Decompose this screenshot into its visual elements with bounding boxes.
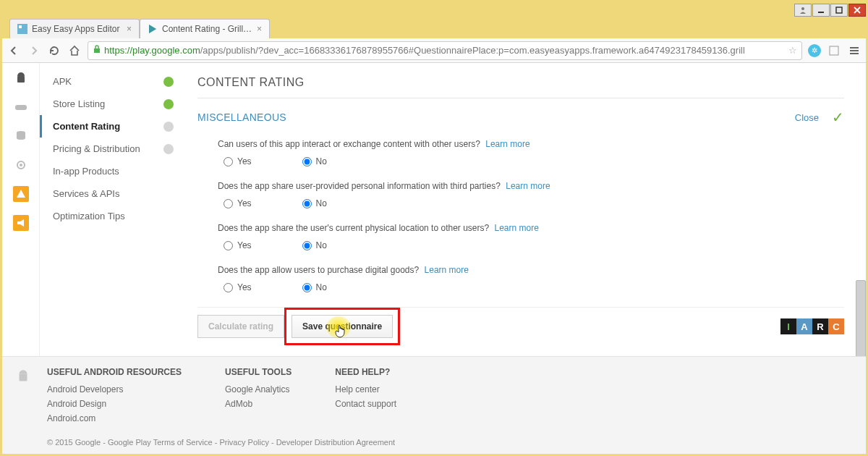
nav-reload-icon[interactable] bbox=[47, 43, 61, 58]
sidebar-item-pricing[interactable]: Pricing & Distribution bbox=[40, 138, 184, 160]
sidebar-item-inapp[interactable]: In-app Products bbox=[40, 160, 184, 182]
radio-yes[interactable]: Yes bbox=[224, 156, 252, 166]
learn-more-link[interactable]: Learn more bbox=[506, 181, 550, 191]
radio-no[interactable]: No bbox=[302, 240, 327, 250]
learn-more-link[interactable]: Learn more bbox=[425, 265, 469, 275]
extension-box-icon[interactable] bbox=[827, 43, 841, 58]
window-minimize[interactable] bbox=[812, 4, 830, 17]
svg-rect-2 bbox=[836, 7, 842, 13]
footer-link[interactable]: Android Design bbox=[47, 399, 182, 409]
sidebar-item-apk[interactable]: APK bbox=[40, 70, 184, 93]
question-text: Does the app share the user's current ph… bbox=[218, 223, 489, 233]
footer-link[interactable]: Help center bbox=[335, 384, 396, 394]
window-maximize[interactable] bbox=[830, 4, 848, 17]
footer-legal: © 2015 Google - Google Play Terms of Ser… bbox=[11, 438, 857, 447]
question-text: Can users of this app interact or exchan… bbox=[218, 139, 480, 149]
svg-rect-4 bbox=[19, 25, 22, 28]
sidebar-item-optimization[interactable]: Optimization Tips bbox=[40, 205, 184, 227]
window-close[interactable] bbox=[848, 4, 866, 17]
play-console-app: APK Store Listing Content Rating Pricing… bbox=[2, 63, 866, 356]
android-icon[interactable] bbox=[13, 70, 29, 86]
check-icon: ✓ bbox=[832, 109, 844, 126]
svg-rect-7 bbox=[94, 48, 100, 53]
radio-yes[interactable]: Yes bbox=[224, 282, 252, 292]
sidebar-item-content-rating[interactable]: Content Rating bbox=[40, 115, 184, 138]
window-user-icon[interactable] bbox=[794, 4, 812, 17]
page-title: CONTENT RATING bbox=[197, 76, 844, 89]
favicon-icon bbox=[148, 24, 158, 34]
browser-tab[interactable]: Content Rating - Grillz Res × bbox=[140, 19, 270, 38]
announce-icon[interactable] bbox=[13, 215, 29, 231]
footer-col-help: NEED HELP? Help center Contact support bbox=[335, 367, 396, 428]
url-scheme: https bbox=[104, 45, 124, 56]
sidebar-item-label: Optimization Tips bbox=[53, 211, 125, 221]
learn-more-link[interactable]: Learn more bbox=[495, 223, 539, 233]
question-block: Can users of this app interact or exchan… bbox=[218, 139, 844, 166]
app-sidebar: APK Store Listing Content Rating Pricing… bbox=[40, 63, 184, 356]
footer-link[interactable]: AdMob bbox=[225, 399, 292, 409]
button-row: Calculate rating Save questionnaire IARC bbox=[197, 307, 844, 350]
svg-marker-6 bbox=[149, 25, 156, 33]
svg-rect-8 bbox=[830, 46, 838, 55]
android-footer-icon bbox=[15, 368, 31, 387]
nav-home-icon[interactable] bbox=[67, 43, 82, 58]
gear-icon[interactable] bbox=[13, 157, 29, 173]
nav-back-icon[interactable] bbox=[7, 43, 21, 58]
radio-yes[interactable]: Yes bbox=[224, 240, 252, 250]
section-close-link[interactable]: Close bbox=[795, 112, 819, 123]
footer-col-resources: USEFUL ANDROID RESOURCES Android Develop… bbox=[47, 367, 182, 428]
footer-link[interactable]: Android Developers bbox=[47, 384, 182, 394]
question-text: Does the app allow users to purchase dig… bbox=[218, 265, 419, 275]
status-dot-icon bbox=[163, 77, 174, 87]
alert-icon[interactable] bbox=[13, 186, 29, 202]
menu-icon[interactable] bbox=[847, 43, 861, 58]
sidebar-item-label: In-app Products bbox=[53, 166, 119, 177]
footer-link[interactable]: Android.com bbox=[47, 413, 182, 423]
footer-col-tools: USEFUL TOOLS Google Analytics AdMob bbox=[225, 367, 292, 428]
question-text: Does the app share user-provided persona… bbox=[218, 181, 501, 191]
sidebar-item-store-listing[interactable]: Store Listing bbox=[40, 93, 184, 115]
browser-tab[interactable]: Easy Easy Apps Editor × bbox=[9, 19, 140, 38]
app-window: Easy Easy Apps Editor × Content Rating -… bbox=[2, 2, 866, 454]
sidebar-item-services[interactable]: Services & APIs bbox=[40, 182, 184, 205]
question-block: Does the app share user-provided persona… bbox=[218, 181, 844, 208]
tab-close-icon[interactable]: × bbox=[127, 24, 132, 34]
radio-no[interactable]: No bbox=[302, 198, 327, 208]
radio-yes[interactable]: Yes bbox=[224, 198, 252, 208]
tab-close-icon[interactable]: × bbox=[257, 24, 262, 34]
sidebar-item-label: Pricing & Distribution bbox=[53, 143, 140, 154]
nav-forward-icon[interactable] bbox=[27, 43, 41, 58]
calculate-rating-button[interactable]: Calculate rating bbox=[197, 315, 284, 338]
sidebar-item-label: Store Listing bbox=[53, 98, 105, 109]
section-title: MISCELLANEOUS bbox=[197, 111, 286, 123]
url-host: ://play.google.com bbox=[124, 45, 200, 56]
svg-point-0 bbox=[801, 7, 804, 10]
lock-icon bbox=[93, 45, 101, 56]
footer-legal-link[interactable]: Privacy Policy bbox=[219, 438, 268, 447]
save-questionnaire-button[interactable]: Save questionnaire bbox=[292, 315, 393, 338]
tab-label: Easy Easy Apps Editor bbox=[32, 24, 124, 34]
radio-no[interactable]: No bbox=[302, 282, 327, 292]
scrollbar-thumb[interactable] bbox=[856, 280, 866, 356]
url-path: /apps/publish/?dev_acc=16683336176878955… bbox=[200, 45, 745, 56]
footer-legal-link[interactable]: Google Play Terms of Service bbox=[108, 438, 213, 447]
main-panel: CONTENT RATING MISCELLANEOUS Close ✓ Can… bbox=[184, 63, 866, 356]
left-icon-rail bbox=[2, 63, 40, 356]
footer-legal-link[interactable]: Developer Distribution Agreement bbox=[276, 438, 395, 447]
sidebar-item-label: Services & APIs bbox=[53, 188, 119, 199]
url-bar[interactable]: https://play.google.com/apps/publish/?de… bbox=[88, 41, 802, 60]
learn-more-link[interactable]: Learn more bbox=[485, 139, 529, 149]
favicon-icon bbox=[17, 24, 27, 34]
footer-link[interactable]: Google Analytics bbox=[225, 384, 292, 394]
extension-icon[interactable]: ✲ bbox=[808, 44, 821, 57]
gamepad-icon[interactable] bbox=[13, 99, 29, 115]
browser-navbar: https://play.google.com/apps/publish/?de… bbox=[2, 38, 866, 63]
svg-rect-12 bbox=[15, 105, 27, 110]
bookmark-star-icon[interactable]: ☆ bbox=[788, 45, 797, 56]
page-footer: USEFUL ANDROID RESOURCES Android Develop… bbox=[2, 356, 866, 454]
database-icon[interactable] bbox=[13, 128, 29, 144]
radio-no[interactable]: No bbox=[302, 156, 327, 166]
svg-rect-9 bbox=[17, 76, 25, 83]
section-header: MISCELLANEOUS Close ✓ bbox=[197, 109, 844, 126]
footer-link[interactable]: Contact support bbox=[335, 399, 396, 409]
